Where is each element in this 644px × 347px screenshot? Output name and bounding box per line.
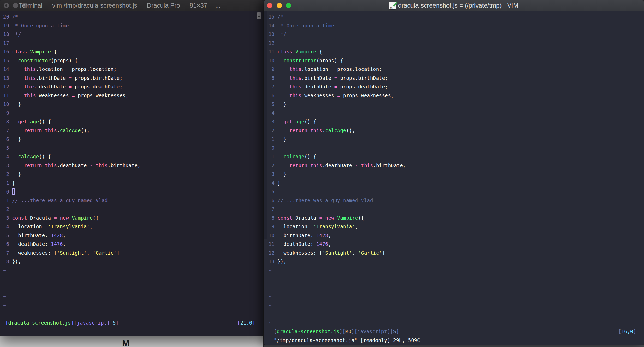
window-title: Terminal — vim /tmp/dracula-screenshot.j… (19, 2, 220, 9)
minimize-button[interactable] (13, 3, 18, 8)
code-token: ][ (71, 320, 77, 326)
desktop-strip-bottom-left (0, 336, 263, 347)
code-token: .location (301, 66, 331, 72)
code-token: Dracula (293, 215, 319, 221)
code-token: = (334, 75, 337, 81)
code-line: 6 deathDate: 1476, (3, 240, 263, 249)
code-token: S (393, 328, 396, 334)
code-line: 8const Dracula = new Vampire({ (269, 214, 644, 223)
code-token: return (289, 128, 307, 133)
code-token: [ (5, 320, 8, 326)
code-token: } (12, 136, 21, 142)
vim-editor-right[interactable]: 15/*14 * Once upon a time...13 */1211cla… (264, 11, 644, 345)
code-token: (); (346, 128, 355, 133)
code-line: 12 (269, 39, 644, 48)
code-line: 16class Vampire { (3, 47, 263, 56)
line-number: 3 (269, 170, 275, 179)
code-token: () { (304, 119, 316, 124)
vim-statusline: [dracula-screenshot.js][javascript][S][2… (3, 319, 263, 327)
code-token (293, 119, 295, 124)
code-token: dracula-screenshot.js (277, 328, 339, 334)
code-line: 2 return this.deathDate - this.birthDate… (269, 161, 644, 170)
line-number: 8 (3, 257, 9, 266)
line-number: 14 (269, 21, 275, 30)
code-token: , (90, 224, 93, 229)
code-token: 'Sunlight' (322, 250, 352, 256)
code-line: 18 */ (3, 30, 263, 39)
code-token: this (24, 66, 36, 72)
line-number: 10 (269, 56, 275, 65)
code-line: 5 birthDate: 1428, (3, 231, 263, 240)
code-token: 'Garlic' (358, 250, 382, 256)
code-line: 1 } (269, 135, 644, 144)
desktop: M Terminal — vim /tmp/dracula-screenshot… (0, 0, 644, 347)
line-number: 12 (269, 39, 275, 48)
code-token: props.location; (334, 66, 382, 72)
line-number: 4 (3, 152, 9, 161)
code-line: 8 this.birthDate = props.birthDate; (269, 74, 644, 83)
code-token: .location (36, 66, 66, 72)
code-token: () { (39, 119, 51, 124)
code-token: this (289, 66, 301, 72)
line-number: 13 (3, 74, 9, 83)
code-token: constructor (18, 58, 51, 63)
code-token (358, 163, 361, 168)
statusline-file-info: [dracula-screenshot.js][javascript][S] (5, 319, 119, 327)
js-document-icon[interactable]: JS (389, 2, 396, 9)
vim-editor-left[interactable]: 20/*19 * Once upon a time...18 */1716cla… (0, 11, 263, 336)
scrollbar-track (259, 20, 259, 217)
code-token: calcAge (283, 154, 304, 159)
line-number: 5 (269, 187, 275, 196)
code-token: props.location; (69, 66, 117, 72)
code-line: 10 } (3, 100, 263, 109)
code-token: * Once upon a time... (12, 23, 78, 28)
code-token: // ...there was a guy named Vlad (277, 198, 373, 203)
code-token: deathDate: (12, 241, 51, 247)
code-line: 11class Vampire { (269, 47, 644, 56)
code-line: 17 (3, 39, 263, 48)
line-number: 10 (269, 231, 275, 240)
code-token: location: (12, 224, 48, 229)
line-number: 5 (3, 144, 9, 153)
code-token: } (277, 171, 286, 177)
line-number: 6 (3, 135, 9, 144)
vim-command-line: "/tmp/dracula-screenshot.js" [readonly] … (269, 336, 644, 345)
code-token: = (66, 66, 69, 72)
code-line: 8}); (3, 257, 263, 266)
code-token: this (289, 93, 301, 98)
code-token (277, 75, 289, 81)
line-number: 4 (269, 179, 275, 188)
code-token: props.deathDate; (337, 84, 388, 89)
code-token: () { (39, 154, 51, 159)
code-line: 7 return this.calcAge(); (3, 126, 263, 135)
code-token: this (45, 128, 57, 133)
close-button[interactable] (4, 3, 9, 8)
line-number: 19 (3, 21, 9, 30)
code-token: ][ (387, 328, 393, 334)
line-number: 2 (3, 205, 9, 214)
scrollbar-thumb[interactable] (257, 12, 261, 19)
line-number: 20 (3, 13, 9, 21)
ruler-position: [16,0] (618, 327, 636, 336)
code-token: this (45, 163, 57, 168)
code-token: this (361, 163, 373, 168)
line-number: 1 (269, 152, 275, 161)
tilde-empty-line: ~ (269, 319, 644, 327)
line-number: 12 (269, 249, 275, 258)
tilde-empty-line: ~ (269, 310, 644, 319)
ruler-position: [21,0] (237, 319, 255, 327)
code-token: // ...there was a guy named Vlad (12, 198, 108, 203)
code-token: Dracula (27, 215, 54, 221)
line-number: 11 (3, 91, 9, 100)
line-number: 9 (3, 109, 9, 118)
code-token: weaknesses: [ (277, 250, 322, 256)
terminal-titlebar[interactable]: Terminal — vim /tmp/dracula-screenshot.j… (0, 0, 263, 11)
code-token (277, 154, 283, 159)
code-token: [ (274, 328, 277, 334)
code-token (307, 163, 310, 168)
macvim-titlebar[interactable]: JS dracula-screenshot.js = (/private/tmp… (264, 0, 644, 11)
code-token (12, 58, 18, 63)
line-number: 13 (269, 30, 275, 39)
code-token: ({ (358, 215, 364, 221)
line-number: 3 (3, 161, 9, 170)
